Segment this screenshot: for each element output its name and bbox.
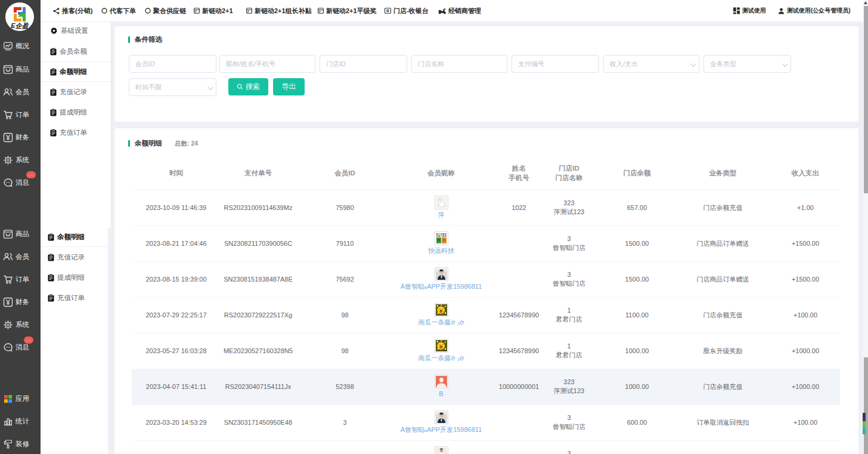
svg-text:E企盈: E企盈 (11, 22, 29, 29)
